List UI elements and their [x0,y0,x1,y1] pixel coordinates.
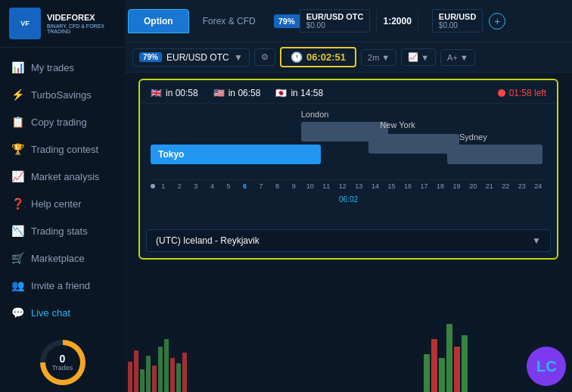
asset1-info: EUR/USD OTC $0.00 [300,9,371,33]
asset2-name: EUR/USD [439,12,477,21]
bottom-logo: LC [527,347,566,386]
hour-14: 14 [367,182,384,190]
hour-12: 12 [334,182,351,190]
asset1-pct: 79% [274,14,300,28]
hour-21: 21 [481,182,498,190]
market-analysis-icon: 📈 [11,170,24,183]
interval-button[interactable]: 2m ▼ [361,49,396,66]
copy-trading-icon: 📋 [11,115,24,129]
chart-type-button[interactable]: 📈 ▼ [401,48,436,66]
live-chat-label: Live chat [31,307,70,319]
main-content: Option Forex & CFD 79% EUR/USD OTC $0.00… [125,0,572,392]
hour-10: 10 [302,182,319,190]
session-us: 🇺🇸 in 06:58 [213,88,261,98]
sidebar-item-market-analysis[interactable]: 📈 Market analysis [0,163,125,190]
trading-stats-label: Trading stats [31,226,88,237]
newyork-city-label: New York [380,120,415,129]
hour-13: 13 [351,182,368,190]
trades-circle: 0 Trades [40,340,85,385]
copy-trading-label: Copy trading [31,117,87,128]
trading-contest-icon: 🏆 [11,142,24,156]
marketplace-label: Marketplace [31,253,85,264]
session-uk: 🇬🇧 in 00:58 [151,88,198,98]
timezone-dropdown-icon: ▼ [532,235,541,246]
sydney-bar [447,145,542,164]
pair-dropdown-icon: ▼ [234,52,243,63]
asset1-name: EUR/USD OTC [306,12,364,21]
sidebar-item-live-chat[interactable]: 💬 Live chat [0,299,125,326]
us-flag: 🇺🇸 [213,88,225,98]
tokyo-bar: Tokyo [151,145,321,164]
tab-forex[interactable]: Forex & CFD [192,9,266,33]
session-live: 01:58 left [498,88,546,98]
pair-badge: 79% [139,52,162,62]
pair-select[interactable]: 79% EUR/USD OTC ▼ [132,48,250,67]
interval-value: 2m [368,53,379,62]
timezone-select[interactable]: (UTC) Iceland - Reykjavik ▼ [146,229,551,252]
hour-24: 24 [530,182,547,190]
hour-3: 3 [188,182,204,190]
asset2-box: EUR/USD $0.00 [432,9,483,33]
tokyo-label: Tokyo [158,149,184,160]
jp-time: in 14:58 [291,88,323,98]
analysis-icon: A+ [447,53,458,62]
live-label: 01:58 left [509,88,546,98]
hour-17: 17 [416,182,433,190]
trades-count: 0 [60,353,66,364]
chart-type-icon: 📈 [408,52,418,62]
add-asset-button[interactable]: + [489,13,505,30]
top-bar: Option Forex & CFD 79% EUR/USD OTC $0.00… [125,0,572,42]
hour-7: 7 [253,182,269,190]
asset2-info: EUR/USD $0.00 [432,9,483,33]
analysis-dropdown-icon: ▼ [460,53,468,62]
current-time-value: 06:02 [339,195,358,204]
analysis-button[interactable]: A+ ▼ [440,49,475,66]
logo-sub: BINARY, CFD & FOREX TRADING [47,23,116,34]
sidebar-item-my-trades[interactable]: 📊 My trades [0,54,125,81]
invite-friend-icon: 👥 [11,278,24,292]
hour-9: 9 [285,182,302,190]
hour-22: 22 [497,182,514,190]
sidebar-item-invite-friend[interactable]: 👥 Invite a friend [0,272,125,299]
logo-box: VF [9,8,41,39]
pair-label: EUR/USD OTC [166,52,229,63]
help-center-label: Help center [31,198,81,210]
leverage-box: 1:2000 [383,16,411,26]
newyork-bar [368,134,459,154]
uk-flag: 🇬🇧 [151,88,162,98]
sidebar-item-copy-trading[interactable]: 📋 Copy trading [0,108,125,135]
jp-flag: 🇯🇵 [275,88,287,98]
hour-19: 19 [449,182,465,190]
timezone-label: (UTC) Iceland - Reykjavik [156,235,260,246]
sidebar-item-turbo-savings[interactable]: ⚡ TurboSavings [0,81,125,108]
sidebar-item-trading-contest[interactable]: 🏆 Trading contest [0,135,125,163]
hour-11: 11 [318,182,334,190]
divider-1 [376,10,377,33]
indicators-button[interactable]: ⚙ [254,48,275,66]
current-time-label: 06:02 [151,191,546,205]
sidebar-item-marketplace[interactable]: 🛒 Marketplace [0,244,125,272]
timer-display[interactable]: 🕐 06:02:51 [280,47,356,67]
hour-15: 15 [384,182,400,190]
logo-vf: VF [20,20,30,27]
sessions-bar-area: Tokyo London New York Sydney [151,110,546,178]
trades-circle-area: 0 Trades [0,332,125,392]
lc-logo-icon: LC [535,355,558,378]
leverage-num: 1:2000 [383,16,411,26]
live-dot [498,89,505,97]
marketplace-icon: 🛒 [11,251,24,265]
sidebar-item-trading-stats[interactable]: 📉 Trading stats [0,217,125,244]
hour-20: 20 [465,182,481,190]
logo-main: VIDEFOREX [47,13,116,23]
divider-2 [418,10,418,33]
help-center-icon: ❓ [11,197,24,210]
asset2-price: $0.00 [439,21,477,30]
timeline-hours: 1 2 3 4 5 6 7 8 9 10 11 12 13 14 [155,182,546,190]
tab-option[interactable]: Option [128,9,189,33]
uk-time: in 00:58 [166,88,198,98]
asset1-price: $0.00 [306,21,364,30]
sidebar-item-help-center[interactable]: ❓ Help center [0,190,125,217]
chart-toolbar: 79% EUR/USD OTC ▼ ⚙ 🕐 06:02:51 2m ▼ 📈 ▼ … [125,42,572,73]
sidebar: VF VIDEFOREX BINARY, CFD & FOREX TRADING… [0,0,125,392]
clock-icon: 🕐 [291,51,303,63]
